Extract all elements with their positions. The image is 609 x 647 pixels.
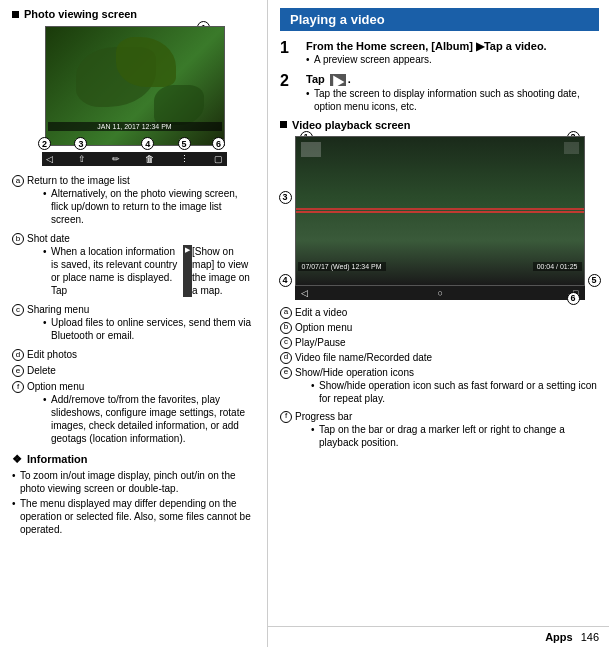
step-1-main: From the Home screen, [Album] ▶Tap a vid… (306, 39, 599, 53)
info-bullet-0: To zoom in/out image display, pinch out/… (12, 469, 257, 495)
left-column: Photo viewing screen 1 JAN 11, 2017 12:3… (0, 0, 268, 647)
item-num-a: a (12, 175, 24, 187)
video-section-bullet-icon (280, 121, 287, 128)
video-screen-image: 07/07/17 (Wed) 12:34 PM 00:04 / 01:25 (295, 136, 585, 286)
video-feature-list: a Edit a video b Option menu c Play/Paus… (280, 306, 599, 454)
bullet-item: When a location information is saved, it… (43, 245, 257, 297)
more-icon: ⋮ (180, 154, 189, 164)
photo-callout-2: 2 (38, 137, 51, 150)
diamond-icon: ❖ (12, 453, 22, 465)
photo-section-title: Photo viewing screen (12, 8, 257, 20)
back-icon: ◁ (46, 154, 53, 164)
vid-item-num-a: a (280, 307, 292, 319)
photo-callout-6: 6 (212, 137, 225, 150)
video-screen-section: Video playback screen 1 2 3 4 (280, 119, 599, 454)
list-item-b: b Shot date When a location information … (12, 232, 257, 300)
item-num-e: e (12, 365, 24, 377)
photo-feature-list: a Return to the image list Alternatively… (12, 174, 257, 448)
video-callout-3: 3 (279, 191, 292, 204)
playing-header: Playing a video (280, 8, 599, 31)
vid-item-e-bullets: Show/hide operation icon such as fast fo… (311, 379, 599, 405)
information-section: ❖ Information To zoom in/out image displ… (12, 453, 257, 536)
video-screen-wrapper: 1 2 3 4 5 6 (295, 136, 585, 300)
bullet-item: Alternatively, on the photo viewing scre… (43, 187, 257, 226)
list-item-c: c Sharing menu Upload files to online se… (12, 303, 257, 345)
step-2-main: Tap . (306, 72, 599, 86)
vid-item-num-c: c (280, 337, 292, 349)
photo-callout-4: 4 (141, 137, 154, 150)
video-callout-4: 4 (279, 274, 292, 287)
video-callout-6: 6 (567, 292, 580, 305)
map-icon: ▶ (183, 245, 192, 297)
share-icon: ⇧ (78, 154, 86, 164)
footer-page-num: 146 (581, 631, 599, 643)
delete-icon: 🗑 (145, 154, 154, 164)
bullet-item: Tap on the bar or drag a marker left or … (311, 423, 599, 449)
bullet-item: Show/hide operation icon such as fast fo… (311, 379, 599, 405)
vid-item-num-f: f (280, 411, 292, 423)
step-2-block: 2 Tap . Tap the screen to display inform… (280, 72, 599, 112)
step-2-num: 2 (280, 72, 302, 112)
info-bullet-list: To zoom in/out image display, pinch out/… (12, 469, 257, 536)
info-bullet-1: The menu displayed may differ depending … (12, 497, 257, 536)
vid-item-num-b: b (280, 322, 292, 334)
right-column: Playing a video 1 From the Home screen, … (268, 0, 609, 647)
page-footer: Apps 146 (268, 626, 609, 647)
info-title: ❖ Information (12, 453, 257, 466)
video-section-title: Video playback screen (280, 119, 599, 131)
edit-icon: ✏ (112, 154, 120, 164)
vid-item-num-d: d (280, 352, 292, 364)
step-2-sub: Tap the screen to display information su… (306, 87, 599, 113)
vid-list-item-d: d Video file name/Recorded date (280, 351, 599, 364)
item-c-bullets: Upload files to online services, send th… (43, 316, 257, 342)
bullet-item: Add/remove to/from the favorites, play s… (43, 393, 257, 445)
photo-callout-3: 3 (74, 137, 87, 150)
item-a-bullets: Alternatively, on the photo viewing scre… (43, 187, 257, 226)
item-num-d: d (12, 349, 24, 361)
photo-screen-image: JAN 11, 2017 12:34 PM (45, 26, 225, 146)
vid-item-num-e: e (280, 367, 292, 379)
vid-back-icon: ◁ (301, 288, 308, 298)
step-1-block: 1 From the Home screen, [Album] ▶Tap a v… (280, 39, 599, 66)
vid-item-f-bullets: Tap on the bar or drag a marker left or … (311, 423, 599, 449)
list-item-d: d Edit photos (12, 348, 257, 361)
vid-list-item-c: c Play/Pause (280, 336, 599, 349)
photo-screen-wrapper: 1 JAN 11, 2017 12:34 PM 2 (42, 26, 227, 166)
section-bullet-icon (12, 11, 19, 18)
photo-toolbar: 2 ◁ 3 ⇧ ✏ 4 🗑 (42, 152, 227, 166)
vid-list-item-a: a Edit a video (280, 306, 599, 319)
step-1-num: 1 (280, 39, 302, 66)
video-toolbar: ◁ ○ □ (295, 286, 585, 300)
list-item-e: e Delete (12, 364, 257, 377)
item-num-c: c (12, 304, 24, 316)
vid-list-item-e: e Show/Hide operation icons Show/hide op… (280, 366, 599, 408)
footer-apps-label: Apps (545, 631, 573, 643)
bullet-item: Upload files to online services, send th… (43, 316, 257, 342)
step-1-sub: A preview screen appears. (306, 53, 599, 66)
video-time-bar: 00:04 / 01:25 (533, 262, 582, 271)
photo-date-bar: JAN 11, 2017 12:34 PM (48, 122, 222, 131)
list-item-f: f Option menu Add/remove to/from the fav… (12, 380, 257, 448)
photo-callout-5: 5 (178, 137, 191, 150)
vid-list-item-b: b Option menu (280, 321, 599, 334)
step-2-content: Tap . Tap the screen to display informat… (306, 72, 599, 112)
vid-list-item-f: f Progress bar Tap on the bar or drag a … (280, 410, 599, 452)
video-callout-5: 5 (588, 274, 601, 287)
vid-home-icon: ○ (438, 288, 443, 298)
play-button-icon (330, 74, 346, 86)
item-num-f: f (12, 381, 24, 393)
item-b-bullets: When a location information is saved, it… (43, 245, 257, 297)
nav-icon: ▢ (214, 154, 223, 164)
item-f-bullets: Add/remove to/from the favorites, play s… (43, 393, 257, 445)
step-1-content: From the Home screen, [Album] ▶Tap a vid… (306, 39, 599, 66)
video-date-bar: 07/07/17 (Wed) 12:34 PM (298, 262, 386, 271)
item-num-b: b (12, 233, 24, 245)
list-item-a: a Return to the image list Alternatively… (12, 174, 257, 229)
